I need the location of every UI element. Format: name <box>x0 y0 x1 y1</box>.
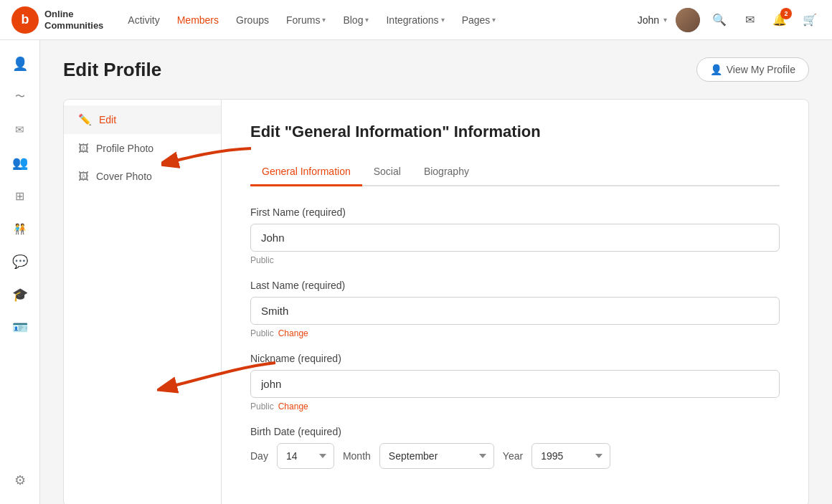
edit-icon: ✏️ <box>78 113 92 126</box>
last-name-input[interactable] <box>250 297 780 325</box>
image-icon: 🖼 <box>78 142 89 154</box>
day-label: Day <box>250 450 268 462</box>
notifications-button[interactable]: 🔔 2 <box>769 9 790 31</box>
image-icon: 🖼 <box>78 170 89 182</box>
avatar-image <box>676 8 700 32</box>
nav-members[interactable]: Members <box>170 10 226 30</box>
nav-blog[interactable]: Blog ▾ <box>336 10 376 30</box>
chevron-down-icon: ▾ <box>492 16 496 24</box>
user-menu[interactable]: John ▾ <box>638 14 667 26</box>
page-title: Edit Profile <box>63 59 161 81</box>
first-name-label: First Name (required) <box>250 206 780 218</box>
logo[interactable]: b Online Communities <box>11 6 103 34</box>
birthdate-month-select[interactable]: September <box>379 443 494 469</box>
birthdate-year-select[interactable]: 1995 <box>531 443 610 469</box>
view-profile-button[interactable]: 👤 View My Profile <box>696 57 809 82</box>
topnav-right: John ▾ 🔍 ✉ 🔔 2 🛒 <box>638 8 821 32</box>
content-area: ✏️ Edit 🖼 Profile Photo 🖼 Cover Photo <box>63 99 809 504</box>
sidebar-icon-settings[interactable]: ⚙ <box>5 465 35 495</box>
sidebar-item-profile-photo[interactable]: 🖼 Profile Photo <box>64 134 221 162</box>
sidebar-icon-user[interactable]: 👤 <box>5 49 35 79</box>
first-name-hint: Public <box>250 255 780 265</box>
search-button[interactable]: 🔍 <box>709 9 730 31</box>
logo-text: Online Communities <box>44 9 103 31</box>
sidebar-icon-members[interactable]: 🧑‍🤝‍🧑 <box>5 214 35 244</box>
nav-integrations[interactable]: Integrations ▾ <box>379 10 451 30</box>
birthdate-row: Day 14 Month September Year 1995 <box>250 443 780 469</box>
sidebar-item-cover-photo[interactable]: 🖼 Cover Photo <box>64 162 221 190</box>
month-label: Month <box>343 450 371 462</box>
tab-social[interactable]: Social <box>362 158 412 186</box>
nav-menu: Activity Members Groups Forums ▾ Blog ▾ … <box>120 10 637 30</box>
chevron-down-icon: ▾ <box>441 16 445 24</box>
notification-badge: 2 <box>780 8 792 19</box>
last-name-field-group: Last Name (required) Public Change <box>250 280 780 338</box>
sidebar-icon-inbox[interactable]: ✉ <box>5 115 35 145</box>
sidebar-icon-chat[interactable]: 💬 <box>5 247 35 277</box>
sidebar-icon-card[interactable]: 🪪 <box>5 313 35 343</box>
nickname-field-group: Nickname (required) Public Change <box>250 353 780 412</box>
nickname-label: Nickname (required) <box>250 353 780 364</box>
birthdate-field-group: Birth Date (required) Day 14 Month Septe… <box>250 426 780 469</box>
last-name-hint: Public Change <box>250 328 780 338</box>
last-name-change-link[interactable]: Change <box>278 328 308 338</box>
nickname-hint: Public Change <box>250 401 780 412</box>
page-header: Edit Profile 👤 View My Profile <box>63 57 809 82</box>
chevron-down-icon: ▾ <box>322 16 326 24</box>
logo-icon: b <box>11 6 39 34</box>
sidebar-icon-courses[interactable]: 🎓 <box>5 280 35 310</box>
messages-button[interactable]: ✉ <box>739 9 760 31</box>
sidebar-icon-activity[interactable]: 〜 <box>5 82 35 112</box>
profile-sidebar: ✏️ Edit 🖼 Profile Photo 🖼 Cover Photo <box>64 100 222 504</box>
birthdate-day-select[interactable]: 14 <box>277 443 334 469</box>
tab-general-information[interactable]: General Information <box>250 158 362 186</box>
form-tabs: General Information Social Biography <box>250 158 780 186</box>
sidebar-icon-group[interactable]: 👥 <box>5 148 35 178</box>
nickname-input[interactable] <box>250 370 780 398</box>
tab-biography[interactable]: Biography <box>412 158 481 186</box>
left-sidebar: 👤 〜 ✉ 👥 ⊞ 🧑‍🤝‍🧑 💬 🎓 🪪 ⚙ <box>0 40 40 504</box>
chevron-down-icon: ▾ <box>663 16 667 24</box>
year-label: Year <box>503 450 523 462</box>
sidebar-item-edit[interactable]: ✏️ Edit <box>64 105 221 134</box>
user-icon: 👤 <box>710 64 722 75</box>
chevron-down-icon: ▾ <box>365 16 369 24</box>
top-navigation: b Online Communities Activity Members Gr… <box>0 0 832 40</box>
form-section-title: Edit "General Information" Information <box>250 123 780 141</box>
sidebar-icon-grid[interactable]: ⊞ <box>5 181 35 211</box>
birthdate-label: Birth Date (required) <box>250 426 780 437</box>
cart-button[interactable]: 🛒 <box>799 9 821 31</box>
nav-forums[interactable]: Forums ▾ <box>279 10 333 30</box>
nickname-change-link[interactable]: Change <box>278 401 308 412</box>
first-name-field-group: First Name (required) Public <box>250 206 780 265</box>
avatar[interactable] <box>676 8 700 32</box>
nav-activity[interactable]: Activity <box>120 10 166 30</box>
last-name-label: Last Name (required) <box>250 280 780 291</box>
main-content: Edit Profile 👤 View My Profile ✏️ Edit 🖼… <box>40 40 832 504</box>
nav-pages[interactable]: Pages ▾ <box>455 10 504 30</box>
nav-groups[interactable]: Groups <box>229 10 276 30</box>
first-name-input[interactable] <box>250 224 780 252</box>
form-area: Edit "General Information" Information G… <box>222 100 808 504</box>
